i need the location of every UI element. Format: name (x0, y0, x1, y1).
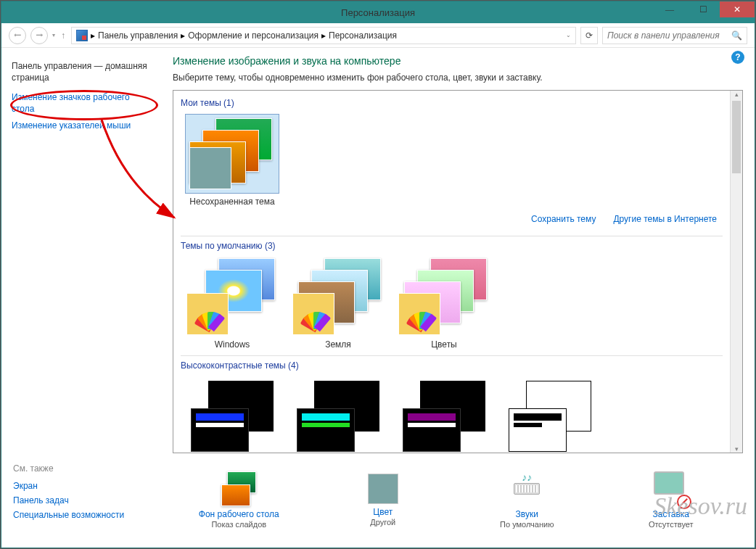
theme-unsaved[interactable]: Несохраненная тема (185, 114, 279, 207)
breadcrumb-sep: ▸ (91, 30, 95, 41)
online-themes-link[interactable]: Другие темы в Интернете (613, 214, 717, 224)
sidebar-task-desktop-icons[interactable]: Изменение значков рабочего стола (12, 92, 151, 115)
see-also: См. также Экран Панель задач Специальные… (13, 459, 158, 542)
group-default-themes: Темы по умолчанию (3) (181, 238, 723, 254)
page-title: Изменение изображения и звука на компьют… (173, 55, 743, 67)
window: Персонализация — ☐ ✕ 🠔 🠖 ▾ ↑ ▸ Панель уп… (1, 1, 755, 548)
theme-hc2[interactable]: Высокая (291, 376, 385, 453)
cp-home-link[interactable]: Панель управления — домашняя страница (12, 61, 151, 83)
theme-label: Цветы (397, 339, 491, 350)
crumb-personalization[interactable]: Персонализация (329, 30, 397, 41)
main-pane: ? Изменение изображения и звука на компь… (161, 48, 755, 453)
history-chevron-icon[interactable]: ▾ (52, 32, 55, 38)
forward-button[interactable]: 🠖 (30, 27, 48, 44)
breadcrumb[interactable]: ▸ Панель управления ▸ Оформление и персо… (71, 27, 576, 44)
setting-label: Звуки (469, 509, 585, 519)
setting-value: Показ слайдов (211, 520, 266, 529)
breadcrumb-sep: ▸ (181, 30, 185, 41)
see-also-header: См. также (13, 463, 158, 474)
setting-value: Другой (370, 518, 395, 527)
themes-pane: Мои темы (1) Несохраненная тема (173, 90, 743, 453)
control-panel-icon (76, 30, 88, 41)
setting-label: Цвет (325, 507, 441, 517)
setting-label: Фон рабочего стола (181, 509, 297, 519)
see-also-ease[interactable]: Специальные возможности (13, 510, 158, 520)
setting-sounds[interactable]: ♪♪ Звуки По умолчанию (469, 471, 585, 529)
theme-hc-white[interactable]: Контрастная белая (503, 376, 597, 453)
search-field[interactable] (607, 30, 731, 41)
setting-desktop-bg[interactable]: Фон рабочего стола Показ слайдов (181, 471, 297, 529)
back-button[interactable]: 🠔 (9, 27, 26, 44)
refresh-button[interactable]: ⟳ (580, 27, 598, 44)
bottom-pane: См. также Экран Панель задач Специальные… (1, 453, 755, 548)
up-button[interactable]: ↑ (59, 30, 67, 41)
group-hc-themes: Высококонтрастные темы (4) (181, 358, 723, 373)
theme-windows[interactable]: Windows (185, 257, 279, 350)
setting-value: Отсутствует (649, 520, 694, 529)
crumb-appearance[interactable]: Оформление и персонализация (188, 30, 319, 41)
setting-color[interactable]: Цвет Другой (325, 474, 441, 527)
navbar: 🠔 🠖 ▾ ↑ ▸ Панель управления ▸ Оформление… (1, 23, 755, 48)
window-title: Персонализация (341, 7, 415, 18)
titlebar[interactable]: Персонализация — ☐ ✕ (1, 1, 755, 23)
see-also-taskbar[interactable]: Панель задач (13, 495, 158, 505)
crumb-control-panel[interactable]: Панель управления (98, 30, 178, 41)
page-subtitle: Выберите тему, чтобы одновременно измени… (173, 73, 743, 83)
theme-label: Земля (291, 339, 385, 350)
scroll-thumb[interactable] (732, 101, 741, 173)
minimize-button[interactable]: — (653, 1, 686, 17)
help-icon[interactable]: ? (731, 51, 744, 64)
sidebar: Панель управления — домашняя страница Из… (1, 48, 161, 453)
content: Панель управления — домашняя страница Из… (1, 48, 755, 453)
breadcrumb-dropdown-icon[interactable]: ⌄ (566, 32, 571, 38)
theme-flowers[interactable]: Цветы (397, 257, 491, 350)
theme-hc-black[interactable]: Контрастная черная (397, 376, 491, 453)
search-icon[interactable]: 🔍 (731, 30, 742, 41)
search-input[interactable]: 🔍 (602, 27, 747, 44)
sidebar-task-mouse-pointers[interactable]: Изменение указателей мыши (12, 120, 151, 132)
setting-label: Заставка (613, 509, 729, 519)
setting-screensaver[interactable]: Заставка Отсутствует (613, 471, 729, 529)
breadcrumb-sep: ▸ (321, 30, 326, 41)
theme-label: Несохраненная тема (185, 197, 279, 207)
theme-earth[interactable]: Земля (291, 257, 385, 350)
theme-hc1[interactable]: Высокая (185, 376, 279, 453)
setting-value: По умолчанию (500, 520, 554, 529)
see-also-display[interactable]: Экран (13, 481, 158, 491)
maximize-button[interactable]: ☐ (686, 1, 720, 17)
close-button[interactable]: ✕ (720, 1, 755, 17)
group-my-themes: Мои темы (1) (181, 95, 723, 111)
scrollbar[interactable] (730, 91, 742, 453)
theme-label: Windows (185, 339, 279, 350)
save-theme-link[interactable]: Сохранить тему (531, 214, 596, 224)
